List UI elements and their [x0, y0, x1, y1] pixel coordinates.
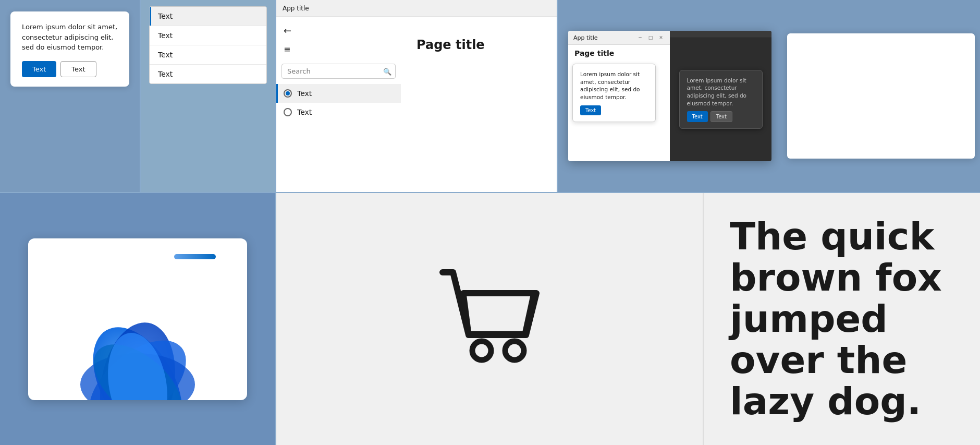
- big-window: [787, 33, 975, 159]
- titlebar-dark: [670, 31, 771, 38]
- close-icon: ✕: [659, 35, 663, 40]
- page-title: Page title: [416, 38, 485, 52]
- window-title-light: App title: [573, 34, 598, 41]
- minimize-button[interactable]: ─: [636, 34, 644, 41]
- dialog-mini-dark: Lorem ipsum dolor sit amet, consectetur …: [679, 70, 763, 129]
- list-item[interactable]: Text: [150, 65, 266, 83]
- laptop-mock: [28, 238, 247, 400]
- list-item-label: Text: [158, 70, 173, 78]
- nav-item-label: Text: [297, 108, 312, 116]
- search-icon: 🔍: [383, 67, 391, 75]
- window-page-title-light: Page title: [572, 47, 616, 61]
- back-button[interactable]: ←: [276, 21, 401, 40]
- search-input[interactable]: [281, 64, 396, 79]
- bottom-row: The quick brown fox jumped over the lazy…: [0, 193, 980, 445]
- bottom-cell-laptop: [0, 193, 276, 445]
- list-item[interactable]: Text: [150, 45, 266, 65]
- window-body-light: Page title Lorem ipsum dolor sit amet, c…: [568, 45, 670, 161]
- fox-text: The quick brown fox jumped over the lazy…: [730, 216, 954, 423]
- edge-indicator: [174, 254, 216, 259]
- search-container: 🔍: [281, 64, 396, 79]
- dialog-secondary-button[interactable]: Text: [60, 61, 96, 77]
- dialog-mini-secondary-dark[interactable]: Text: [710, 111, 732, 122]
- windows-flower: [59, 311, 216, 400]
- dialog-mini-text-light: Lorem ipsum dolor sit amet, consectetur …: [580, 70, 648, 101]
- window-controls-light: ─ □ ✕: [636, 34, 665, 41]
- window-dark: Lorem ipsum dolor sit amet, consectetur …: [670, 31, 771, 161]
- window-body-dark: Lorem ipsum dolor sit amet, consectetur …: [670, 38, 771, 161]
- nav-content-row: ← ≡ 🔍 Text Text: [276, 17, 557, 192]
- window-light: App title ─ □ ✕: [568, 31, 670, 161]
- nav-item-2[interactable]: Text: [276, 103, 401, 122]
- dialog-mini-buttons-dark: Text Text: [687, 111, 755, 122]
- big-window-container: [787, 33, 975, 159]
- nav-item-1[interactable]: Text: [276, 84, 401, 103]
- dialog-mini-primary-light[interactable]: Text: [580, 105, 601, 115]
- back-icon: ←: [284, 25, 291, 36]
- content-area: Page title: [401, 17, 557, 192]
- list-item[interactable]: Text: [150, 7, 266, 26]
- split-window: App title ─ □ ✕: [568, 31, 771, 161]
- list-item-label: Text: [158, 51, 173, 59]
- dialog-box: Lorem ipsum dolor sit amet, consectetur …: [10, 11, 129, 87]
- minimize-icon: ─: [639, 35, 641, 40]
- nav-panel: ← ≡ 🔍 Text Text: [276, 17, 401, 192]
- titlebar-light: App title ─ □ ✕: [568, 31, 670, 45]
- top-cell-dialog: Lorem ipsum dolor sit amet, consectetur …: [0, 0, 141, 192]
- app-layout: Lorem ipsum dolor sit amet, consectetur …: [0, 0, 980, 445]
- dialog-mini-light: Lorem ipsum dolor sit amet, consectetur …: [572, 64, 656, 122]
- maximize-button[interactable]: □: [647, 34, 654, 41]
- list-box: Text Text Text Text: [149, 6, 267, 84]
- top-row: Lorem ipsum dolor sit amet, consectetur …: [0, 0, 980, 193]
- list-item-label: Text: [158, 12, 173, 20]
- list-item[interactable]: Text: [150, 26, 266, 45]
- maximize-icon: □: [648, 35, 653, 40]
- close-button[interactable]: ✕: [657, 34, 665, 41]
- shopping-cart-icon: [432, 262, 547, 377]
- svg-point-7: [505, 341, 524, 360]
- dialog-primary-button[interactable]: Text: [22, 61, 56, 77]
- dialog-mini-buttons-light: Text: [580, 105, 648, 115]
- svg-point-6: [472, 341, 491, 360]
- dialog-text: Lorem ipsum dolor sit amet, consectetur …: [22, 22, 118, 53]
- dialog-mini-text-dark: Lorem ipsum dolor sit amet, consectetur …: [687, 77, 755, 107]
- app-title-bar: App title: [276, 0, 557, 17]
- top-cell-split-window: App title ─ □ ✕: [558, 0, 980, 192]
- hamburger-icon: ≡: [284, 44, 290, 54]
- dialog-mini-primary-dark[interactable]: Text: [687, 111, 708, 122]
- radio-empty-icon: [284, 108, 292, 116]
- dialog-buttons: Text Text: [22, 61, 118, 77]
- bottom-cell-text: The quick brown fox jumped over the lazy…: [704, 193, 980, 445]
- radio-filled-icon: [284, 89, 292, 98]
- nav-item-label: Text: [297, 89, 312, 98]
- list-item-label: Text: [158, 31, 173, 40]
- top-cell-list: Text Text Text Text: [141, 0, 276, 192]
- bottom-cell-cart: [276, 193, 704, 445]
- hamburger-button[interactable]: ≡: [276, 40, 401, 58]
- app-title-label: App title: [283, 5, 309, 12]
- top-cell-nav: App title ← ≡ 🔍: [276, 0, 558, 192]
